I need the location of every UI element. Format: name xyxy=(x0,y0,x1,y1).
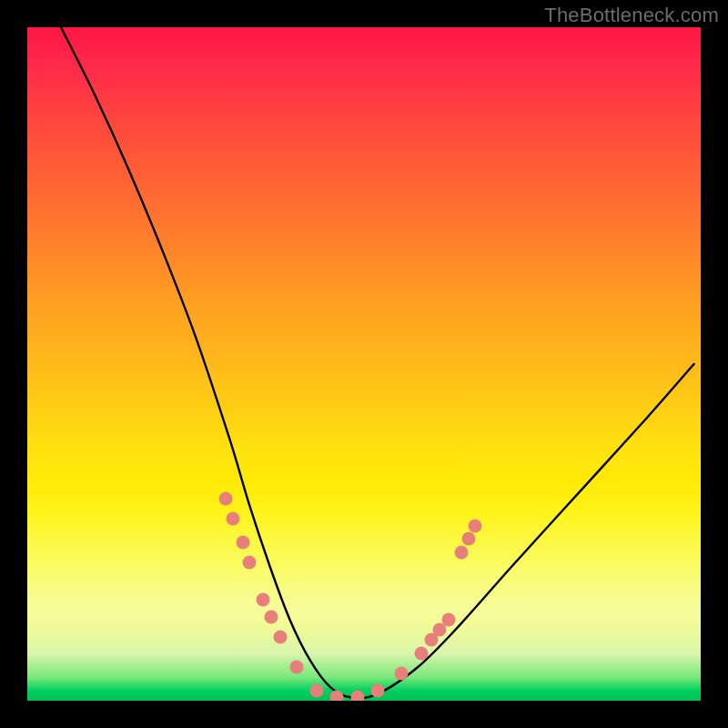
plot-area xyxy=(27,27,701,701)
chart-stage: TheBottleneck.com xyxy=(0,0,728,728)
bottleneck-curve xyxy=(61,27,694,698)
curve-svg xyxy=(27,27,701,701)
watermark-text: TheBottleneck.com xyxy=(544,4,719,27)
